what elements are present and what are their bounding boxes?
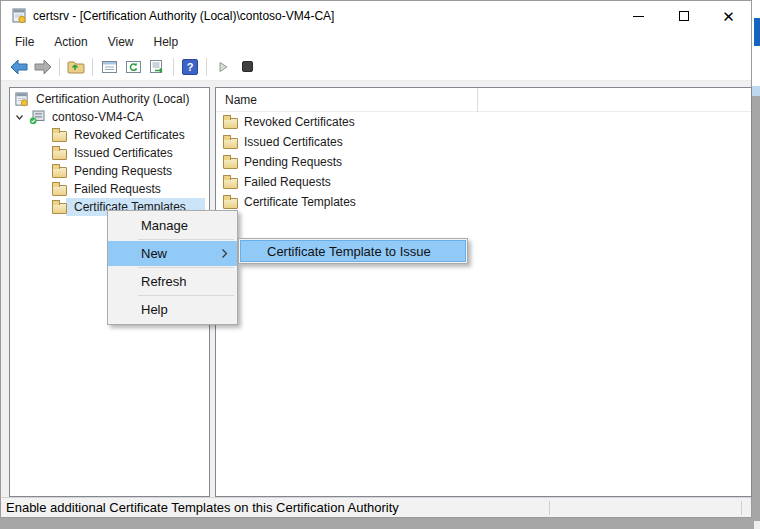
- column-divider[interactable]: [477, 88, 478, 112]
- toolbar-separator: [206, 58, 207, 76]
- list-item-failed-requests[interactable]: Failed Requests: [216, 172, 751, 192]
- folder-up-icon: [67, 58, 85, 75]
- status-bar: Enable additional Certificate Templates …: [1, 497, 751, 517]
- close-icon: ✕: [722, 9, 735, 24]
- menu-item-label: New: [141, 246, 167, 261]
- list-item-label: Revoked Certificates: [244, 115, 355, 129]
- minimize-icon: [633, 16, 644, 17]
- close-button[interactable]: ✕: [706, 1, 751, 31]
- help-button[interactable]: ?: [178, 55, 202, 79]
- toolbar: ?: [1, 53, 751, 81]
- tree-item-pending-requests[interactable]: Pending Requests: [10, 162, 209, 180]
- stop-service-button[interactable]: [235, 55, 259, 79]
- ca-server-icon: [29, 110, 45, 125]
- menu-action[interactable]: Action: [44, 31, 97, 53]
- menu-bar: File Action View Help: [1, 31, 751, 53]
- toolbar-separator: [59, 58, 60, 76]
- folder-icon: [223, 118, 238, 129]
- tree-item-revoked-certificates[interactable]: Revoked Certificates: [10, 126, 209, 144]
- context-menu-item-manage[interactable]: Manage: [108, 213, 237, 238]
- background-gray: [752, 96, 760, 529]
- list-item-issued-certificates[interactable]: Issued Certificates: [216, 132, 751, 152]
- back-button[interactable]: [7, 55, 31, 79]
- export-list-icon: [149, 59, 166, 75]
- folder-icon: [223, 158, 238, 169]
- back-arrow-icon: [9, 59, 29, 75]
- tree-item-label: contoso-VM4-CA: [50, 109, 145, 125]
- chevron-down-icon[interactable]: [14, 112, 25, 123]
- list-header: Name: [216, 88, 751, 112]
- tree-item-contoso-vm4-ca[interactable]: contoso-VM4-CA: [10, 108, 209, 126]
- title-bar[interactable]: certsrv - [Certification Authority (Loca…: [1, 1, 751, 31]
- refresh-button[interactable]: [121, 55, 145, 79]
- menu-help[interactable]: Help: [144, 31, 189, 53]
- submenu-item-certificate-template-to-issue[interactable]: Certificate Template to Issue: [240, 240, 466, 262]
- window-title: certsrv - [Certification Authority (Loca…: [33, 1, 334, 31]
- list-item-label: Issued Certificates: [244, 135, 343, 149]
- tree-item-issued-certificates[interactable]: Issued Certificates: [10, 144, 209, 162]
- submenu-arrow-icon: [221, 248, 228, 259]
- maximize-icon: [679, 11, 689, 21]
- window-bottom-frame: [0, 518, 760, 529]
- background-band: [752, 86, 760, 96]
- folder-icon: [52, 203, 67, 214]
- tree-item-failed-requests[interactable]: Failed Requests: [10, 180, 209, 198]
- tree-item-label: Pending Requests: [72, 163, 174, 179]
- export-list-button[interactable]: [145, 55, 169, 79]
- folder-icon: [223, 198, 238, 209]
- status-separator: [741, 501, 742, 515]
- show-console-tree-button[interactable]: [64, 55, 88, 79]
- start-service-button[interactable]: [211, 55, 235, 79]
- column-header-name[interactable]: Name: [225, 88, 257, 112]
- new-submenu: Certificate Template to Issue: [238, 238, 468, 264]
- menu-separator: [138, 239, 234, 240]
- list-item-label: Certificate Templates: [244, 195, 356, 209]
- tree-item-label: Issued Certificates: [72, 145, 175, 161]
- properties-button[interactable]: [97, 55, 121, 79]
- menu-separator: [138, 267, 234, 268]
- tree-item-label: Revoked Certificates: [72, 127, 187, 143]
- results-pane: Name Revoked Certificates Issued Certifi…: [215, 87, 752, 497]
- menu-separator: [138, 295, 234, 296]
- list-item-label: Failed Requests: [244, 175, 331, 189]
- toolbar-separator: [173, 58, 174, 76]
- status-text: Enable additional Certificate Templates …: [6, 498, 399, 518]
- folder-icon: [52, 167, 67, 178]
- forward-button[interactable]: [31, 55, 55, 79]
- window-bottom-corner: [754, 521, 760, 529]
- folder-icon: [52, 131, 67, 142]
- certsrv-app-icon: [11, 8, 27, 24]
- stop-icon: [242, 61, 253, 72]
- tree-item-label: Certification Authority (Local): [34, 91, 191, 107]
- folder-icon: [223, 178, 238, 189]
- folder-icon: [52, 149, 67, 160]
- status-separator: [549, 501, 550, 515]
- forward-arrow-icon: [33, 59, 53, 75]
- context-menu-item-new[interactable]: New: [108, 241, 237, 266]
- list-item-pending-requests[interactable]: Pending Requests: [216, 152, 751, 172]
- help-icon: ?: [182, 59, 198, 75]
- tree-item-label: Failed Requests: [72, 181, 163, 197]
- background-blue-fragment: [754, 18, 760, 46]
- menu-file[interactable]: File: [1, 31, 44, 53]
- list-item-revoked-certificates[interactable]: Revoked Certificates: [216, 112, 751, 132]
- minimize-button[interactable]: [616, 1, 661, 31]
- play-icon: [216, 60, 230, 74]
- toolbar-separator: [92, 58, 93, 76]
- properties-window-icon: [101, 59, 118, 75]
- screen: certsrv - [Certification Authority (Loca…: [0, 0, 760, 529]
- context-menu-item-refresh[interactable]: Refresh: [108, 269, 237, 294]
- context-menu-item-help[interactable]: Help: [108, 297, 237, 322]
- maximize-button[interactable]: [661, 1, 706, 31]
- menu-view[interactable]: View: [98, 31, 144, 53]
- list-item-certificate-templates[interactable]: Certificate Templates: [216, 192, 751, 212]
- tree-item-certification-authority-local[interactable]: Certification Authority (Local): [10, 90, 209, 108]
- folder-icon: [52, 185, 67, 196]
- folder-icon: [223, 138, 238, 149]
- context-menu: Manage New Refresh Help: [107, 210, 238, 325]
- refresh-icon: [125, 59, 142, 75]
- list-item-label: Pending Requests: [244, 155, 342, 169]
- certification-authority-icon: [14, 92, 29, 107]
